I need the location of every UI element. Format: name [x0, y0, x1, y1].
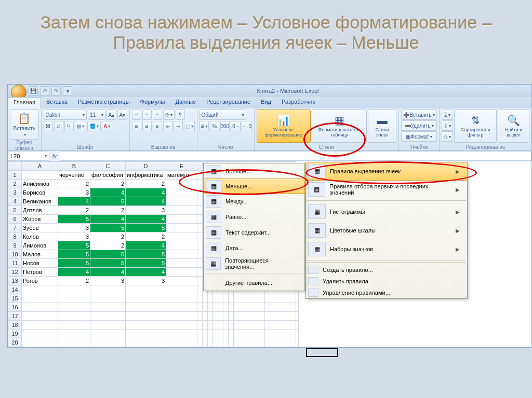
font-size-combo[interactable]: 11▾ [88, 109, 105, 120]
cell[interactable]: 2 [90, 180, 126, 188]
cell[interactable]: 5 [90, 259, 126, 268]
cell[interactable]: 4 [126, 268, 166, 277]
row-header[interactable]: 10 [8, 250, 22, 259]
cell[interactable] [126, 303, 166, 312]
cell[interactable]: философия [90, 171, 126, 180]
cell[interactable] [166, 268, 197, 277]
cell[interactable] [197, 241, 203, 250]
cell[interactable]: 3 [126, 206, 166, 215]
insert-cells-button[interactable]: ➕ Вставить▾ [401, 109, 437, 120]
cell[interactable] [126, 285, 166, 294]
cell[interactable]: 2 [90, 241, 126, 250]
cell[interactable] [22, 285, 58, 294]
cell[interactable] [218, 312, 223, 321]
cell[interactable] [126, 312, 166, 321]
cell[interactable] [166, 197, 197, 206]
row-header[interactable]: 6 [8, 215, 22, 224]
submenu-other-rules[interactable]: Другие правила... [204, 275, 304, 291]
cell[interactable] [22, 171, 58, 180]
cell[interactable] [90, 303, 126, 312]
autosum-button[interactable]: Σ▾ [442, 109, 453, 120]
cell[interactable]: 2 [126, 180, 166, 188]
col-header[interactable]: D [126, 162, 166, 171]
cell[interactable] [90, 285, 126, 294]
cell[interactable] [234, 303, 265, 312]
cell[interactable] [197, 321, 203, 330]
submenu-item[interactable]: ▦Текст содержит... [204, 225, 304, 240]
cell[interactable]: Дятлов [22, 206, 58, 215]
cell[interactable] [166, 215, 197, 224]
cell[interactable]: 4 [90, 188, 126, 197]
cell[interactable] [213, 338, 218, 347]
row-header[interactable]: 2 [8, 180, 22, 188]
cell[interactable]: Борисов [22, 188, 58, 197]
cell[interactable]: Колов [22, 232, 58, 241]
cell[interactable] [223, 321, 229, 330]
ribbon-tab-1[interactable]: Вставка [41, 97, 73, 108]
cell[interactable] [58, 294, 90, 303]
cell[interactable] [213, 312, 218, 321]
cell[interactable] [223, 303, 229, 312]
align-bottom-button[interactable]: ≡ [153, 109, 162, 120]
cell[interactable]: 3 [58, 232, 90, 241]
ribbon-tab-7[interactable]: Разработчик [276, 97, 320, 108]
row-header[interactable]: 16 [8, 303, 22, 312]
number-format-combo[interactable]: Общий▾ [200, 109, 246, 120]
cell[interactable] [166, 241, 197, 250]
cell[interactable] [229, 294, 234, 303]
cell[interactable]: математ [166, 171, 197, 180]
mainmenu-item[interactable]: ▦Гистограммы▶ [306, 202, 467, 221]
cell[interactable] [126, 294, 166, 303]
conditional-formatting-button[interactable]: 📊Условное форматирование [257, 109, 311, 143]
cell[interactable] [166, 259, 197, 268]
align-top-button[interactable]: ≡ [132, 109, 141, 120]
cell[interactable] [58, 321, 90, 330]
cell[interactable] [166, 285, 197, 294]
cell[interactable]: Жоров [22, 215, 58, 224]
cell[interactable] [229, 312, 234, 321]
save-icon[interactable]: 💾 [29, 86, 38, 95]
cell[interactable] [126, 338, 166, 347]
cell[interactable] [58, 303, 90, 312]
cell[interactable]: Рогов [22, 277, 58, 285]
mainmenu-item[interactable]: ▦Правила отбора первых и последних значе… [306, 180, 467, 199]
cell[interactable] [166, 206, 197, 215]
find-select-button[interactable]: 🔍Найти и выдел [498, 109, 529, 143]
cell[interactable] [197, 338, 203, 347]
cell[interactable] [90, 338, 126, 347]
cell[interactable] [203, 321, 208, 330]
cell[interactable]: 2 [90, 232, 126, 241]
cell[interactable]: 4 [58, 268, 90, 277]
cell[interactable] [229, 338, 234, 347]
col-header[interactable] [197, 162, 203, 171]
cell[interactable] [22, 303, 58, 312]
cell[interactable]: 5 [126, 250, 166, 259]
row-header[interactable]: 5 [8, 206, 22, 215]
col-header[interactable]: B [58, 162, 90, 171]
cell[interactable] [166, 294, 197, 303]
submenu-item[interactable]: ▦Между... [204, 194, 304, 209]
cell[interactable] [234, 330, 265, 338]
row-header[interactable]: 3 [8, 188, 22, 197]
cell[interactable] [234, 294, 265, 303]
increase-indent-button[interactable]: ⇥ [174, 121, 183, 131]
cell[interactable] [166, 232, 197, 241]
cell[interactable] [58, 285, 90, 294]
cell[interactable]: 5 [90, 224, 126, 232]
submenu-item[interactable]: ▦Повторяющиеся значения... [204, 256, 304, 271]
cell[interactable]: 3 [58, 224, 90, 232]
cell[interactable] [208, 338, 213, 347]
clear-button[interactable]: ◇▾ [442, 131, 453, 142]
mainmenu-item[interactable]: ▦Правила выделения ячеек▶ [305, 162, 468, 181]
cell[interactable] [265, 312, 296, 321]
cell[interactable] [197, 268, 203, 277]
delete-cells-button[interactable]: ➖ Удалить▾ [401, 120, 437, 131]
cell[interactable] [223, 330, 229, 338]
cell-styles-button[interactable]: ▬Стили ячеек [368, 109, 396, 143]
fill-color-button[interactable]: 🪣▾ [87, 121, 101, 131]
row-header[interactable]: 19 [8, 330, 22, 338]
bold-button[interactable]: Ж [44, 121, 53, 131]
cell[interactable] [208, 294, 213, 303]
row-header[interactable]: 20 [8, 338, 22, 347]
cell[interactable] [213, 321, 218, 330]
